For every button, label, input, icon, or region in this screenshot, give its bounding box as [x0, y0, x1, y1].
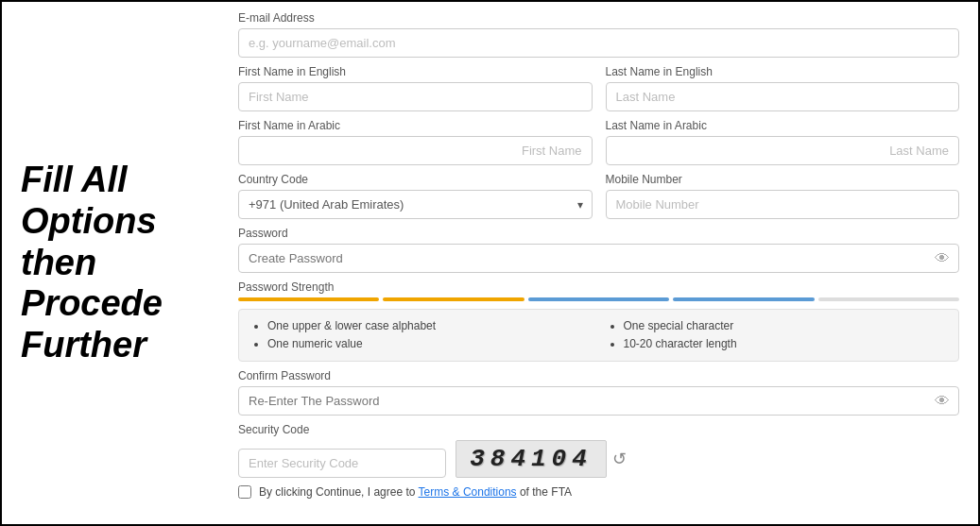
page-title: Fill All Options then Procede Further: [21, 160, 210, 365]
terms-text: By clicking Continue, I agree to Terms &…: [259, 485, 572, 499]
last-name-ar-group: Last Name in Arabic: [606, 119, 960, 165]
first-name-en-label: First Name in English: [238, 65, 593, 78]
last-name-ar-input[interactable]: [606, 136, 960, 165]
hints-col-left: One upper & lower case alphabet One nume…: [252, 317, 590, 353]
terms-checkbox[interactable]: [238, 485, 251, 499]
password-group: Password 👁: [238, 227, 959, 273]
confirm-password-group: Confirm Password 👁: [238, 369, 959, 416]
country-code-group: Country Code +971 (United Arab Emirates)…: [238, 173, 593, 219]
refresh-captcha-icon[interactable]: ↺: [612, 449, 627, 469]
phone-row: Country Code +971 (United Arab Emirates)…: [238, 173, 959, 227]
strength-bar-1: [238, 297, 379, 301]
strength-bar-5: [818, 297, 959, 301]
security-code-input[interactable]: [238, 449, 446, 478]
email-group: E-mail Address: [238, 11, 959, 58]
last-name-en-group: Last Name in English: [606, 65, 960, 111]
hint-numeric: One numeric value: [267, 335, 590, 353]
last-name-ar-label: Last Name in Arabic: [606, 119, 960, 132]
email-label: E-mail Address: [238, 11, 959, 25]
confirm-password-wrapper: 👁: [238, 386, 959, 416]
password-strength-group: Password Strength: [238, 280, 959, 301]
password-hints: One upper & lower case alphabet One nume…: [238, 309, 959, 362]
terms-link[interactable]: Terms & Conditions: [419, 485, 517, 499]
eye-confirm-icon[interactable]: 👁: [935, 393, 950, 410]
left-panel: Fill All Options then Procede Further: [2, 2, 229, 524]
mobile-input[interactable]: [606, 190, 960, 219]
first-name-en-input[interactable]: [238, 82, 593, 111]
hints-col-right: One special character 10-20 character le…: [609, 317, 946, 353]
captcha-image: 384104: [456, 440, 607, 478]
hint-special: One special character: [624, 317, 946, 335]
eye-icon[interactable]: 👁: [935, 250, 950, 267]
first-name-ar-input[interactable]: [238, 136, 593, 165]
first-name-ar-label: First Name in Arabic: [238, 119, 593, 132]
security-code-label: Security Code: [238, 423, 959, 436]
password-strength-label: Password Strength: [238, 280, 959, 294]
terms-row: By clicking Continue, I agree to Terms &…: [238, 485, 959, 499]
country-code-label: Country Code: [238, 173, 593, 186]
right-panel: E-mail Address First Name in English Las…: [229, 2, 978, 524]
name-en-row: First Name in English Last Name in Engli…: [238, 65, 959, 119]
security-code-row: 384104 ↺: [238, 440, 959, 478]
name-ar-row: First Name in Arabic Last Name in Arabic: [238, 119, 959, 173]
strength-bar-3: [528, 297, 669, 301]
password-label: Password: [238, 227, 959, 240]
mobile-group: Mobile Number: [606, 173, 960, 219]
last-name-en-label: Last Name in English: [606, 65, 960, 78]
strength-bars: [238, 297, 959, 301]
hint-uppercase: One upper & lower case alphabet: [267, 317, 590, 335]
email-input[interactable]: [238, 28, 959, 58]
security-code-group: Security Code 384104 ↺: [238, 423, 959, 478]
first-name-ar-group: First Name in Arabic: [238, 119, 593, 165]
confirm-password-label: Confirm Password: [238, 369, 959, 382]
strength-bar-2: [383, 297, 524, 301]
captcha-box: 384104 ↺: [456, 440, 627, 478]
password-input[interactable]: [238, 244, 959, 273]
mobile-label: Mobile Number: [606, 173, 960, 186]
strength-bar-4: [673, 297, 814, 301]
first-name-en-group: First Name in English: [238, 65, 593, 111]
confirm-password-input[interactable]: [238, 386, 959, 416]
country-code-select[interactable]: +971 (United Arab Emirates) +1 (United S…: [238, 190, 593, 219]
security-code-input-wrapper: [238, 449, 446, 478]
country-code-select-wrapper: +971 (United Arab Emirates) +1 (United S…: [238, 190, 593, 219]
hint-length: 10-20 character length: [624, 335, 946, 353]
password-wrapper: 👁: [238, 244, 959, 273]
last-name-en-input[interactable]: [606, 82, 960, 111]
